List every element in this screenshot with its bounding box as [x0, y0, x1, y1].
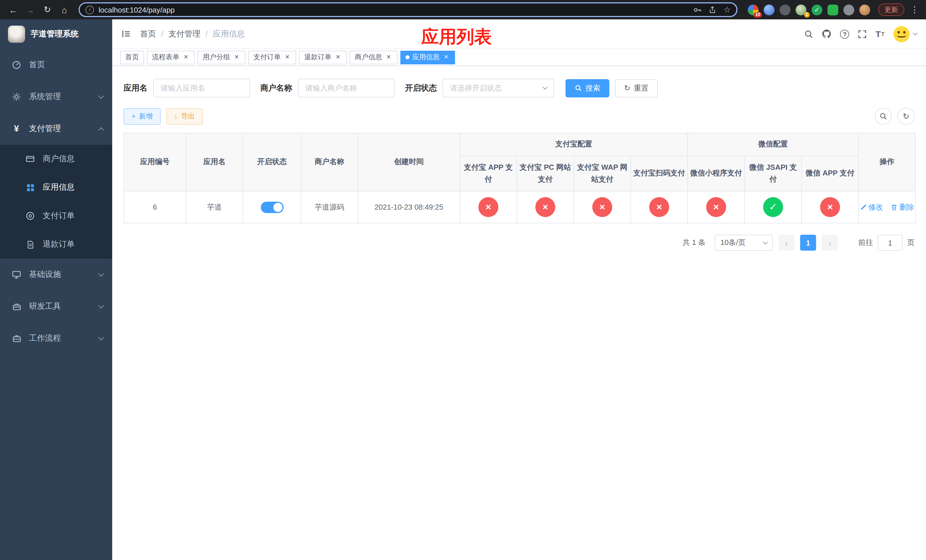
cell-alipay-wap: ×	[574, 191, 631, 223]
extension-icon[interactable]	[780, 4, 790, 15]
plus-icon: +	[132, 112, 136, 120]
tab-close-icon[interactable]: ×	[442, 53, 450, 61]
pagination: 共 1 条 10条/页 ‹ 1 › 前往 页	[124, 235, 915, 251]
tab-app-info[interactable]: 应用信息×	[400, 50, 455, 64]
dashboard-icon	[11, 61, 22, 70]
merchant-name-input[interactable]	[298, 79, 395, 97]
breadcrumb-current: 应用信息	[213, 29, 245, 39]
col-app-name: 应用名	[186, 133, 243, 191]
add-button[interactable]: + 新增	[124, 108, 160, 124]
sidebar-item-label: 支付订单	[43, 211, 75, 221]
page-size-select[interactable]: 10条/页	[715, 235, 773, 251]
tab-home[interactable]: 首页	[120, 50, 144, 64]
tab-merchant-info[interactable]: 商户信息×	[350, 50, 398, 64]
profile-avatar[interactable]	[859, 4, 870, 15]
user-avatar	[893, 25, 910, 42]
status-select[interactable]: 请选择开启状态	[442, 79, 554, 97]
github-icon[interactable]	[822, 29, 832, 39]
search-icon[interactable]	[804, 29, 814, 38]
edit-button[interactable]: 修改	[859, 202, 883, 212]
extension-icon[interactable]	[828, 4, 838, 15]
cell-alipay-app: ×	[460, 191, 517, 223]
sidebar-item-workflow[interactable]: 工作流程	[0, 322, 112, 354]
toggle-search-button[interactable]	[875, 107, 892, 125]
main-area: 首页 支付管理 应用信息 ? TT	[112, 20, 926, 560]
sidebar-item-label: 支付管理	[29, 124, 61, 134]
browser-menu-icon[interactable]: ⋮	[909, 5, 920, 15]
order-icon	[25, 211, 35, 221]
screen: ← → ↻ ⌂ i localhost:1024/pay/app ☆ 10 1	[0, 0, 926, 560]
sidebar-item-dev-tools[interactable]: 研发工具	[0, 291, 112, 322]
sidebar-item-label: 退款订单	[43, 239, 75, 250]
sidebar-item-refund-orders[interactable]: 退款订单	[0, 230, 112, 259]
tab-close-icon[interactable]: ×	[233, 53, 240, 61]
chevron-down-icon	[763, 239, 768, 244]
sidebar-logo-row[interactable]: 芋道管理系统	[0, 20, 112, 49]
goto-label: 前往	[858, 238, 873, 248]
delete-button[interactable]: 删除	[891, 202, 914, 212]
status-label: 开启状态	[405, 83, 437, 93]
tab-user-group[interactable]: 用户分组×	[198, 50, 245, 64]
col-status: 开启状态	[243, 133, 301, 191]
sidebar-item-payment[interactable]: ¥ 支付管理	[0, 113, 112, 145]
browser-refresh-icon[interactable]: ↻	[40, 2, 54, 17]
fullscreen-icon[interactable]	[858, 29, 867, 38]
extension-icon[interactable]	[764, 4, 775, 15]
browser-forward-icon[interactable]: →	[23, 2, 38, 17]
prev-page-button[interactable]: ‹	[779, 235, 794, 251]
sidebar-item-pay-orders[interactable]: 支付订单	[0, 202, 112, 230]
share-icon[interactable]	[709, 6, 717, 14]
goto-page-input[interactable]	[878, 235, 903, 251]
url-text[interactable]: localhost:1024/pay/app	[98, 5, 174, 14]
col-app-id: 应用编号	[124, 133, 186, 191]
monitor-icon	[11, 270, 22, 279]
sidebar-item-infrastructure[interactable]: 基础设施	[0, 259, 112, 291]
password-key-icon[interactable]	[693, 5, 702, 14]
extension-check-icon[interactable]	[811, 4, 822, 15]
sidebar-item-home[interactable]: 首页	[0, 49, 112, 81]
export-button[interactable]: ↓ 导出	[166, 108, 203, 124]
col-wx-app: 微信 APP 支付	[802, 156, 858, 191]
tab-process-form[interactable]: 流程表单×	[147, 50, 195, 64]
bookmark-star-icon[interactable]: ☆	[723, 5, 731, 14]
pencil-icon	[859, 204, 867, 210]
page-1-button[interactable]: 1	[800, 235, 816, 251]
pagination-total: 共 1 条	[682, 238, 706, 248]
briefcase-icon	[11, 334, 22, 343]
help-icon[interactable]: ?	[840, 29, 849, 38]
browser-back-icon[interactable]: ←	[6, 2, 21, 17]
search-button[interactable]: 搜索	[566, 79, 609, 97]
sidebar-item-app-info[interactable]: 应用信息	[0, 173, 112, 202]
extension-icon[interactable]: 10	[748, 4, 758, 15]
next-page-button[interactable]: ›	[822, 235, 838, 251]
cell-alipay-pc: ×	[517, 191, 574, 223]
sidebar-item-merchant-info[interactable]: 商户信息	[0, 145, 112, 173]
chevron-up-icon	[98, 127, 104, 133]
tab-close-icon[interactable]: ×	[182, 53, 190, 61]
tab-pay-orders[interactable]: 支付订单×	[248, 50, 296, 64]
app-name-input[interactable]	[153, 79, 250, 97]
sidebar-item-system[interactable]: 系统管理	[0, 81, 112, 113]
address-bar[interactable]: i localhost:1024/pay/app ☆	[79, 2, 737, 17]
col-wx-jsapi: 微信 JSAPI 支付	[744, 156, 802, 191]
extensions-puzzle-icon[interactable]	[843, 4, 854, 15]
cell-wx-jsapi: ✓	[744, 191, 802, 223]
tab-close-icon[interactable]: ×	[334, 53, 342, 61]
font-size-icon[interactable]: TT	[876, 29, 884, 39]
chrome-update-button[interactable]: 更新	[878, 3, 904, 16]
breadcrumb-payment[interactable]: 支付管理	[169, 29, 213, 39]
sidebar-fold-icon[interactable]	[121, 29, 131, 39]
tab-close-icon[interactable]: ×	[284, 53, 291, 61]
tab-close-icon[interactable]: ×	[385, 53, 392, 61]
tab-refund-orders[interactable]: 退款订单×	[299, 50, 347, 64]
extension-icon[interactable]: 1	[796, 4, 806, 15]
status-toggle[interactable]	[260, 201, 283, 213]
browser-home-icon[interactable]: ⌂	[57, 2, 72, 17]
refresh-table-button[interactable]: ↻	[897, 107, 915, 125]
cell-created: 2021-10-23 08:49:25	[358, 191, 460, 223]
user-menu[interactable]	[893, 25, 917, 42]
reset-button[interactable]: ↻ 重置	[615, 79, 658, 97]
cell-wx-app: ×	[802, 191, 858, 223]
site-info-icon[interactable]: i	[85, 5, 94, 14]
breadcrumb-home[interactable]: 首页	[140, 29, 169, 39]
